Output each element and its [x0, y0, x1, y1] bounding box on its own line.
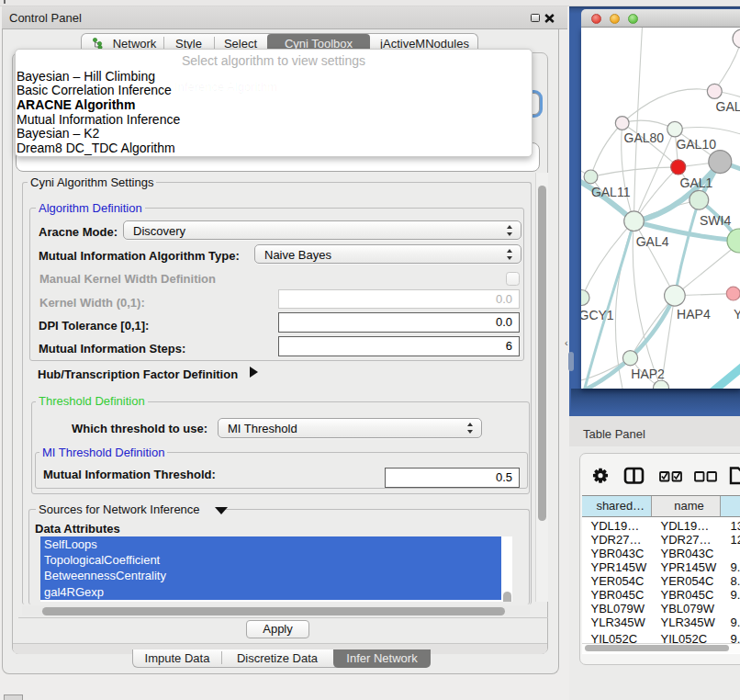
svg-text:GAL1: GAL1	[680, 175, 713, 190]
svg-text:HAP4: HAP4	[677, 307, 711, 322]
svg-text:GAL11: GAL11	[591, 185, 631, 199]
svg-text:SWI4: SWI4	[700, 213, 731, 228]
svg-text:GAL7: GAL7	[716, 99, 740, 114]
svg-text:Y: Y	[734, 307, 740, 322]
svg-text:GCY1: GCY1	[581, 308, 614, 322]
svg-text:GAL4: GAL4	[636, 234, 669, 249]
svg-text:GAL10: GAL10	[676, 137, 716, 152]
svg-text:HAP2: HAP2	[631, 367, 665, 381]
svg-text:GAL80: GAL80	[624, 130, 665, 145]
